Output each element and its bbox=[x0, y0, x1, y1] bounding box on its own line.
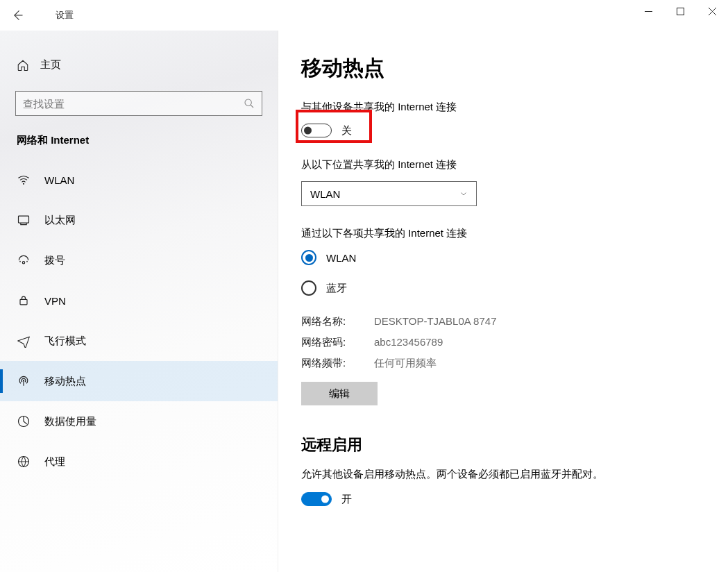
close-icon bbox=[709, 8, 716, 15]
sidebar-item-label: WLAN bbox=[44, 174, 74, 186]
info-key-name: 网络名称: bbox=[301, 311, 374, 332]
sidebar: 主页 网络和 Internet WLAN 以太网 拨号 VPN 飞行模式 移动热… bbox=[0, 31, 278, 572]
radio-bluetooth[interactable]: 蓝牙 bbox=[301, 280, 728, 296]
sidebar-item-label: 代理 bbox=[44, 455, 65, 469]
airplane-icon bbox=[17, 334, 31, 348]
chevron-down-icon bbox=[459, 190, 468, 198]
data-usage-icon bbox=[17, 414, 31, 428]
sidebar-item-label: 数据使用量 bbox=[44, 415, 96, 428]
remote-toggle[interactable] bbox=[301, 492, 332, 506]
sidebar-item-proxy[interactable]: 代理 bbox=[0, 441, 278, 482]
remote-heading: 远程启用 bbox=[301, 435, 728, 455]
svg-point-2 bbox=[23, 183, 24, 185]
dropdown-value: WLAN bbox=[310, 188, 340, 200]
edit-button[interactable]: 编辑 bbox=[301, 382, 378, 405]
info-val-band: 任何可用频率 bbox=[374, 353, 437, 373]
home-icon bbox=[17, 59, 29, 72]
title-bar: 设置 bbox=[0, 0, 728, 31]
share-from-label: 从以下位置共享我的 Internet 连接 bbox=[301, 158, 728, 171]
home-label: 主页 bbox=[40, 58, 61, 72]
arrow-left-icon bbox=[10, 8, 24, 22]
svg-point-5 bbox=[19, 261, 21, 262]
info-val-name: DESKTOP-TJABL0A 8747 bbox=[374, 311, 496, 332]
sidebar-item-wlan[interactable]: WLAN bbox=[0, 160, 278, 200]
minimize-icon bbox=[645, 8, 652, 15]
radio-label: 蓝牙 bbox=[326, 282, 347, 295]
hotspot-info: 网络名称:DESKTOP-TJABL0A 8747 网络密码:abc123456… bbox=[301, 311, 728, 373]
svg-point-1 bbox=[245, 99, 251, 106]
sidebar-nav: WLAN 以太网 拨号 VPN 飞行模式 移动热点 数据使用量 代理 bbox=[0, 160, 278, 482]
remote-toggle-state: 开 bbox=[341, 493, 352, 506]
ethernet-icon bbox=[17, 213, 31, 227]
window-controls bbox=[632, 0, 728, 22]
radio-label: WLAN bbox=[326, 252, 356, 264]
svg-point-6 bbox=[26, 261, 28, 262]
maximize-button[interactable] bbox=[664, 0, 696, 22]
radio-button-icon bbox=[301, 250, 316, 265]
share-connection-label: 与其他设备共享我的 Internet 连接 bbox=[301, 101, 728, 114]
minimize-button[interactable] bbox=[632, 0, 664, 22]
search-box[interactable] bbox=[15, 91, 262, 116]
share-via-label: 通过以下各项共享我的 Internet 连接 bbox=[301, 227, 728, 240]
back-button[interactable] bbox=[0, 0, 35, 31]
radio-wlan[interactable]: WLAN bbox=[301, 250, 728, 265]
sidebar-item-dialup[interactable]: 拨号 bbox=[0, 240, 278, 280]
globe-icon bbox=[17, 455, 31, 469]
vpn-icon bbox=[17, 294, 31, 308]
search-icon bbox=[244, 98, 255, 109]
share-toggle[interactable] bbox=[301, 124, 332, 137]
sidebar-item-label: 拨号 bbox=[44, 254, 65, 267]
sidebar-item-label: 飞行模式 bbox=[44, 335, 86, 348]
remote-description: 允许其他设备启用移动热点。两个设备必须都已启用蓝牙并配对。 bbox=[301, 468, 728, 481]
svg-rect-3 bbox=[19, 216, 29, 223]
sidebar-item-ethernet[interactable]: 以太网 bbox=[0, 200, 278, 240]
radio-button-icon bbox=[301, 280, 316, 296]
sidebar-item-airplane[interactable]: 飞行模式 bbox=[0, 321, 278, 361]
sidebar-item-label: 以太网 bbox=[44, 214, 76, 227]
home-link[interactable]: 主页 bbox=[0, 51, 278, 78]
page-title: 移动热点 bbox=[301, 54, 728, 83]
sidebar-item-label: 移动热点 bbox=[44, 375, 86, 388]
share-toggle-state: 关 bbox=[341, 124, 352, 137]
sidebar-item-vpn[interactable]: VPN bbox=[0, 280, 278, 321]
share-from-dropdown[interactable]: WLAN bbox=[301, 181, 477, 206]
svg-point-8 bbox=[23, 380, 24, 381]
search-input[interactable] bbox=[23, 98, 244, 110]
info-key-password: 网络密码: bbox=[301, 332, 374, 353]
wifi-icon bbox=[17, 173, 31, 187]
svg-rect-0 bbox=[677, 8, 684, 15]
content-pane: 移动热点 与其他设备共享我的 Internet 连接 关 从以下位置共享我的 I… bbox=[278, 31, 728, 572]
svg-rect-7 bbox=[20, 299, 27, 305]
sidebar-item-hotspot[interactable]: 移动热点 bbox=[0, 361, 278, 401]
svg-point-4 bbox=[22, 262, 24, 264]
info-val-password: abc123456789 bbox=[374, 332, 443, 353]
info-key-band: 网络频带: bbox=[301, 353, 374, 373]
dialup-icon bbox=[17, 253, 31, 267]
close-button[interactable] bbox=[696, 0, 728, 22]
maximize-icon bbox=[677, 8, 684, 15]
hotspot-icon bbox=[17, 374, 31, 388]
window-title: 设置 bbox=[56, 9, 74, 22]
sidebar-category: 网络和 Internet bbox=[0, 131, 278, 160]
sidebar-item-datausage[interactable]: 数据使用量 bbox=[0, 401, 278, 441]
sidebar-item-label: VPN bbox=[44, 295, 66, 307]
